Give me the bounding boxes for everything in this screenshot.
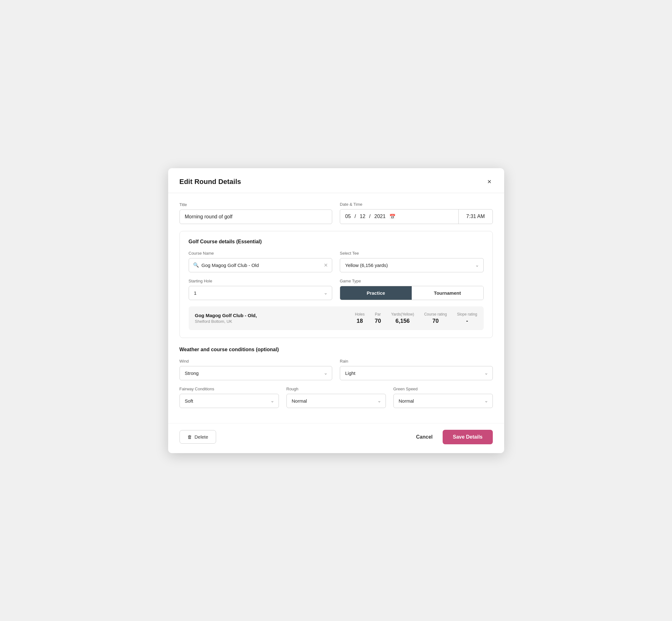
modal-header: Edit Round Details ×	[168, 168, 504, 193]
course-rating-label: Course rating	[424, 312, 447, 317]
wind-label: Wind	[179, 359, 333, 364]
course-info-row: Gog Magog Golf Club - Old, Shelford Bott…	[189, 306, 484, 330]
green-speed-label: Green Speed	[393, 386, 493, 391]
rough-label: Rough	[287, 386, 386, 391]
select-tee-label: Select Tee	[340, 251, 484, 256]
modal-body: Title Date & Time 05 / 12 / 2021 📅 7:3	[168, 193, 504, 421]
holes-label: Holes	[355, 312, 365, 317]
delete-label: Delete	[195, 434, 208, 440]
course-rating-stat: Course rating 70	[424, 312, 447, 324]
select-tee-group: Select Tee Yellow (6,156 yards) White (6…	[340, 251, 484, 272]
starting-hole-label: Starting Hole	[189, 279, 333, 283]
starting-hole-wrap: 1234 5678 910 ⌄	[189, 286, 333, 300]
starting-hole-group: Starting Hole 1234 5678 910 ⌄	[189, 279, 333, 300]
fairway-group: Fairway Conditions FirmNormalSoftWet ⌄	[179, 386, 279, 408]
green-speed-group: Green Speed SlowNormalFastVery Fast ⌄	[393, 386, 493, 408]
wind-select-wrap: CalmLightModerateStrongVery Strong ⌄	[179, 366, 333, 380]
datetime-group: Date & Time 05 / 12 / 2021 📅 7:31 AM	[340, 202, 493, 224]
game-type-label: Game Type	[340, 279, 484, 283]
time-input[interactable]: 7:31 AM	[459, 210, 493, 224]
modal-footer: 🗑 Delete Cancel Save Details	[168, 423, 504, 453]
edit-round-modal: Edit Round Details × Title Date & Time 0…	[168, 168, 504, 453]
save-button[interactable]: Save Details	[443, 430, 493, 444]
trash-icon: 🗑	[187, 434, 192, 440]
green-speed-select-wrap: SlowNormalFastVery Fast ⌄	[393, 394, 493, 408]
search-icon: 🔍	[193, 262, 199, 268]
wind-rain-row: Wind CalmLightModerateStrongVery Strong …	[179, 359, 493, 380]
rough-select[interactable]: ShortNormalLongVery Long	[287, 394, 386, 408]
wind-select[interactable]: CalmLightModerateStrongVery Strong	[179, 366, 333, 380]
fairway-select[interactable]: FirmNormalSoftWet	[179, 394, 279, 408]
title-label: Title	[179, 202, 333, 207]
course-name-input[interactable]	[189, 258, 333, 272]
delete-button[interactable]: 🗑 Delete	[179, 430, 216, 444]
starting-hole-input[interactable]: 1234 5678 910	[189, 286, 333, 300]
close-button[interactable]: ×	[486, 177, 493, 187]
calendar-icon: 📅	[389, 214, 395, 220]
rain-group: Rain NoneLightModerateHeavy ⌄	[340, 359, 493, 380]
par-label: Par	[375, 312, 381, 317]
holes-stat: Holes 18	[355, 312, 365, 324]
rain-select-wrap: NoneLightModerateHeavy ⌄	[340, 366, 493, 380]
course-info-name-text: Gog Magog Golf Club - Old,	[195, 313, 345, 318]
fairway-label: Fairway Conditions	[179, 386, 279, 391]
weather-section: Weather and course conditions (optional)…	[179, 347, 493, 408]
weather-title: Weather and course conditions (optional)	[179, 347, 493, 353]
holes-value: 18	[356, 318, 363, 324]
par-value: 70	[375, 318, 381, 324]
fairway-select-wrap: FirmNormalSoftWet ⌄	[179, 394, 279, 408]
select-tee-input[interactable]: Yellow (6,156 yards) White (6,500 yards)…	[340, 258, 484, 272]
course-name-group: Course Name 🔍 ✕	[189, 251, 333, 272]
course-name-label: Course Name	[189, 251, 333, 256]
rain-select[interactable]: NoneLightModerateHeavy	[340, 366, 493, 380]
course-name-input-wrap: 🔍 ✕	[189, 258, 333, 272]
practice-button[interactable]: Practice	[340, 286, 412, 300]
cancel-button[interactable]: Cancel	[414, 430, 435, 444]
date-input[interactable]: 05 / 12 / 2021 📅	[340, 210, 459, 224]
wind-group: Wind CalmLightModerateStrongVery Strong …	[179, 359, 333, 380]
slope-rating-value: -	[466, 318, 468, 324]
time-value: 7:31 AM	[466, 214, 485, 219]
course-rating-value: 70	[432, 318, 438, 324]
select-tee-wrap: Yellow (6,156 yards) White (6,500 yards)…	[340, 258, 484, 272]
golf-course-title: Golf Course details (Essential)	[189, 239, 484, 245]
date-month: 05	[345, 214, 351, 219]
par-stat: Par 70	[375, 312, 381, 324]
date-sep2: /	[369, 214, 370, 219]
datetime-label: Date & Time	[340, 202, 493, 207]
rough-group: Rough ShortNormalLongVery Long ⌄	[287, 386, 386, 408]
green-speed-select[interactable]: SlowNormalFastVery Fast	[393, 394, 493, 408]
yards-value: 6,156	[395, 318, 410, 324]
rain-label: Rain	[340, 359, 493, 364]
modal-title: Edit Round Details	[179, 178, 241, 186]
title-datetime-row: Title Date & Time 05 / 12 / 2021 📅 7:3	[179, 202, 493, 224]
game-type-group: Game Type Practice Tournament	[340, 279, 484, 300]
title-input[interactable]	[179, 210, 333, 224]
course-info-name: Gog Magog Golf Club - Old, Shelford Bott…	[195, 313, 345, 324]
golf-course-section: Golf Course details (Essential) Course N…	[179, 231, 493, 338]
conditions-row: Fairway Conditions FirmNormalSoftWet ⌄ R…	[179, 386, 493, 408]
yards-label: Yards(Yellow)	[391, 312, 414, 317]
date-sep1: /	[354, 214, 356, 219]
slope-rating-label: Slope rating	[457, 312, 477, 317]
date-day: 12	[360, 214, 365, 219]
clear-icon[interactable]: ✕	[324, 262, 328, 268]
yards-stat: Yards(Yellow) 6,156	[391, 312, 414, 324]
title-group: Title	[179, 202, 333, 224]
hole-gametype-row: Starting Hole 1234 5678 910 ⌄ Game Type	[189, 279, 484, 300]
datetime-row: 05 / 12 / 2021 📅 7:31 AM	[340, 209, 493, 224]
tournament-button[interactable]: Tournament	[412, 286, 483, 300]
course-tee-row: Course Name 🔍 ✕ Select Tee Yellow (6,156…	[189, 251, 484, 272]
footer-right: Cancel Save Details	[414, 430, 493, 444]
rough-select-wrap: ShortNormalLongVery Long ⌄	[287, 394, 386, 408]
course-info-location: Shelford Bottom, UK	[195, 319, 345, 324]
game-type-toggle: Practice Tournament	[340, 286, 484, 300]
date-year: 2021	[375, 214, 386, 219]
slope-rating-stat: Slope rating -	[457, 312, 477, 324]
